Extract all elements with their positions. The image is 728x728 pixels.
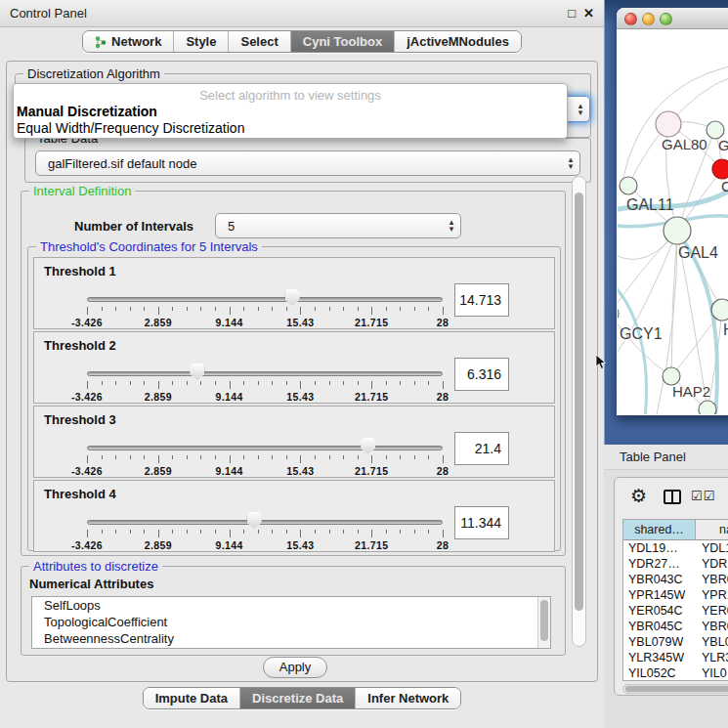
network-icon xyxy=(95,35,107,49)
algorithm-dropdown-popup: Select algorithm to view settings Manual… xyxy=(13,83,568,139)
cell-name[interactable]: YDR2 xyxy=(696,556,728,572)
algorithm-option-equal-width[interactable]: Equal Width/Frequency Discretization xyxy=(17,120,244,136)
threshold-value-field[interactable]: 11.344 xyxy=(454,506,509,539)
cell-name[interactable]: YPR1 xyxy=(696,587,728,603)
threshold-panel-3: Threshold 3-3.4262.8599.14415.4321.71528… xyxy=(33,406,555,478)
column-header-shared-name[interactable]: shared… xyxy=(623,520,696,539)
columns-icon[interactable] xyxy=(664,490,681,504)
table-row[interactable]: YBR043CYBR0 xyxy=(623,572,728,587)
minimize-button[interactable] xyxy=(642,13,655,25)
tab-infer-network[interactable]: Infer Network xyxy=(356,688,460,708)
attributes-scrollbar[interactable] xyxy=(537,597,550,649)
cell-shared-name[interactable]: YBR043C xyxy=(623,572,696,587)
cell-shared-name[interactable]: YIL052C xyxy=(623,665,696,681)
cyni-toolbox-content: Discretization Algorithm ▴▾ Select algor… xyxy=(6,61,598,682)
threshold-slider[interactable]: -3.4262.8599.14415.4321.71528 xyxy=(87,510,443,549)
cell-name[interactable]: YBR0 xyxy=(696,572,728,587)
threshold-slider[interactable]: -3.4262.8599.14415.4321.71528 xyxy=(87,436,443,475)
control-panel-titlebar: Control Panel □ ✕ xyxy=(0,0,604,27)
node-gal4[interactable] xyxy=(664,217,691,244)
threshold-value-field[interactable]: 6.316 xyxy=(454,358,509,391)
apply-button[interactable]: Apply xyxy=(263,657,327,678)
table-row[interactable]: YBL079WYBL0 xyxy=(623,634,728,650)
network-window-frame: GAL80 GA C GAL11 GAL4 GCY1 H HAP2 xyxy=(604,0,728,445)
tab-discretize-data[interactable]: Discretize Data xyxy=(240,688,356,708)
table-row[interactable]: YDL19…YDL1 xyxy=(623,540,728,556)
cell-name[interactable]: YBR0 xyxy=(696,619,728,634)
network-view[interactable]: GAL80 GA C GAL11 GAL4 GCY1 H HAP2 xyxy=(618,29,728,414)
table-header-row: shared… na xyxy=(623,520,728,540)
checkbox-icons[interactable]: ☑☑ xyxy=(691,489,715,503)
cell-shared-name[interactable]: YPR145W xyxy=(623,587,696,603)
hscrollbar-thumb[interactable] xyxy=(625,686,728,692)
bottom-tabrow: Impute DataDiscretize DataInfer Network xyxy=(0,687,604,709)
tab-network[interactable]: Network xyxy=(83,31,174,52)
node-gcy1[interactable] xyxy=(618,305,619,322)
tab-style[interactable]: Style xyxy=(174,31,229,52)
node-bottom[interactable] xyxy=(699,401,716,414)
node-gal80[interactable] xyxy=(656,111,681,137)
threshold-label: Threshold 3 xyxy=(44,412,116,427)
cell-name[interactable]: YDL1 xyxy=(696,540,728,556)
threshold-panel-2: Threshold 2-3.4262.8599.14415.4321.71528… xyxy=(33,331,555,404)
top-tabrow: NetworkStyleSelectCyni ToolboxjActiveMNo… xyxy=(0,30,604,56)
table-hscrollbar[interactable] xyxy=(622,684,728,694)
float-icon[interactable]: □ xyxy=(568,7,576,21)
table-data-combobox[interactable]: galFiltered.sif default node ▴▾ xyxy=(35,150,580,176)
tab-jactivemnodules[interactable]: jActiveMNodules xyxy=(395,31,521,52)
algorithm-option-manual[interactable]: Manual Discretization xyxy=(17,104,157,119)
cell-shared-name[interactable]: YDL19… xyxy=(623,540,696,556)
combo-arrows-icon: ▴▾ xyxy=(572,103,589,116)
column-header-name[interactable]: na xyxy=(696,520,728,539)
table-row[interactable]: YDR27…YDR2 xyxy=(623,556,728,572)
node-h[interactable] xyxy=(711,299,728,321)
slider-thumb[interactable] xyxy=(190,364,204,380)
slider-thumb[interactable] xyxy=(247,512,262,529)
numerical-attributes-list[interactable]: SelfLoopsTopologicalCoefficientBetweenne… xyxy=(31,596,551,649)
cell-shared-name[interactable]: YBL079W xyxy=(623,634,696,650)
network-window-titlebar[interactable] xyxy=(617,8,728,29)
slider-thumb[interactable] xyxy=(285,289,300,306)
cell-name[interactable]: YLR3 xyxy=(696,650,728,665)
threshold-panel-4: Threshold 4-3.4262.8599.14415.4321.71528… xyxy=(33,480,555,552)
node-gal11[interactable] xyxy=(620,177,637,194)
cell-name[interactable]: YBL0 xyxy=(696,634,728,650)
threshold-value-field[interactable]: 21.4 xyxy=(454,432,509,465)
table-row[interactable]: YBR045CYBR0 xyxy=(623,619,728,634)
number-of-intervals-combobox[interactable]: 5 ▴▾ xyxy=(215,213,461,238)
cell-shared-name[interactable]: YER054C xyxy=(623,603,696,619)
table-row[interactable]: YIL052CYIL0 xyxy=(623,665,728,681)
table-row[interactable]: YPR145WYPR1 xyxy=(623,587,728,603)
slider-thumb[interactable] xyxy=(361,438,375,454)
cell-name[interactable]: YER0 xyxy=(696,603,728,619)
node-label: H xyxy=(723,321,728,338)
gear-icon[interactable]: ⚙ xyxy=(630,485,647,507)
cell-shared-name[interactable]: YBR045C xyxy=(623,619,696,634)
zoom-button[interactable] xyxy=(660,13,672,25)
scrollbar-thumb[interactable] xyxy=(575,193,583,611)
attribute-item[interactable]: BetweennessCentrality xyxy=(32,630,550,647)
cell-shared-name[interactable]: YLR345W xyxy=(623,650,696,665)
threshold-value-field[interactable]: 14.713 xyxy=(454,283,509,317)
attribute-item[interactable]: TopologicalCoefficient xyxy=(32,614,550,630)
close-icon[interactable]: ✕ xyxy=(583,7,594,21)
panel-scrollbar[interactable] xyxy=(572,176,586,647)
close-button[interactable] xyxy=(624,13,637,25)
table-row[interactable]: YLR345WYLR3 xyxy=(623,650,728,665)
attribute-item[interactable]: SelfLoops xyxy=(32,597,550,614)
cell-shared-name[interactable]: YDR27… xyxy=(623,556,696,572)
node-table[interactable]: shared… na YDL19…YDL1YDR27…YDR2YBR043CYB… xyxy=(622,519,728,681)
control-tabs: NetworkStyleSelectCyni ToolboxjActiveMNo… xyxy=(82,30,522,53)
threshold-slider[interactable]: -3.4262.8599.14415.4321.71528 xyxy=(87,362,443,401)
node-red-selected[interactable] xyxy=(712,159,728,179)
bottom-tabs: Impute DataDiscretize DataInfer Network xyxy=(143,687,462,709)
cell-name[interactable]: YIL0 xyxy=(696,665,728,681)
tab-select[interactable]: Select xyxy=(229,31,290,52)
table-panel: ⚙ ☑☑ shared… na YDL19…YDL1YDR27…YDR2YBR0… xyxy=(614,477,728,696)
node-label: GAL4 xyxy=(678,244,718,261)
tab-impute-data[interactable]: Impute Data xyxy=(144,688,240,708)
tab-cyni-toolbox[interactable]: Cyni Toolbox xyxy=(291,31,395,52)
attributes-legend: Attributes to discretize xyxy=(29,559,162,574)
threshold-slider[interactable]: -3.4262.8599.14415.4321.71528 xyxy=(87,287,443,326)
table-row[interactable]: YER054CYER0 xyxy=(623,603,728,619)
